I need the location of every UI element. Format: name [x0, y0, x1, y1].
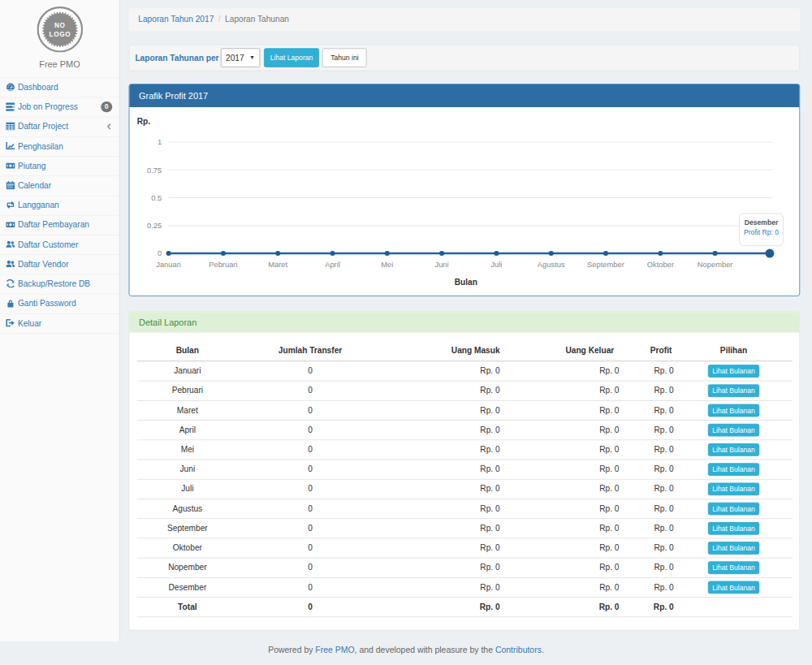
svg-text:0.25: 0.25: [147, 222, 162, 230]
svg-text:Januari: Januari: [156, 261, 181, 269]
svg-text:1: 1: [158, 138, 162, 146]
svg-text:Agustus: Agustus: [538, 261, 565, 269]
svg-text:Nopember: Nopember: [698, 261, 733, 269]
svg-text:April: April: [325, 261, 340, 269]
svg-text:Oktober: Oktober: [647, 261, 674, 269]
svg-text:LOGO: LOGO: [49, 31, 71, 38]
svg-text:Juli: Juli: [490, 261, 502, 269]
svg-text:Rp.: Rp.: [137, 117, 151, 126]
svg-text:0.75: 0.75: [147, 166, 162, 175]
svg-text:Bulan: Bulan: [455, 278, 477, 287]
svg-text:0: 0: [158, 249, 162, 257]
svg-text:Pebruari: Pebruari: [209, 261, 237, 269]
svg-text:NO: NO: [54, 22, 66, 29]
svg-text:Maret: Maret: [268, 261, 287, 269]
svg-text:Juni: Juni: [434, 261, 448, 269]
svg-text:0.5: 0.5: [151, 194, 162, 202]
svg-text:September: September: [587, 261, 624, 269]
svg-text:Mei: Mei: [381, 261, 393, 269]
